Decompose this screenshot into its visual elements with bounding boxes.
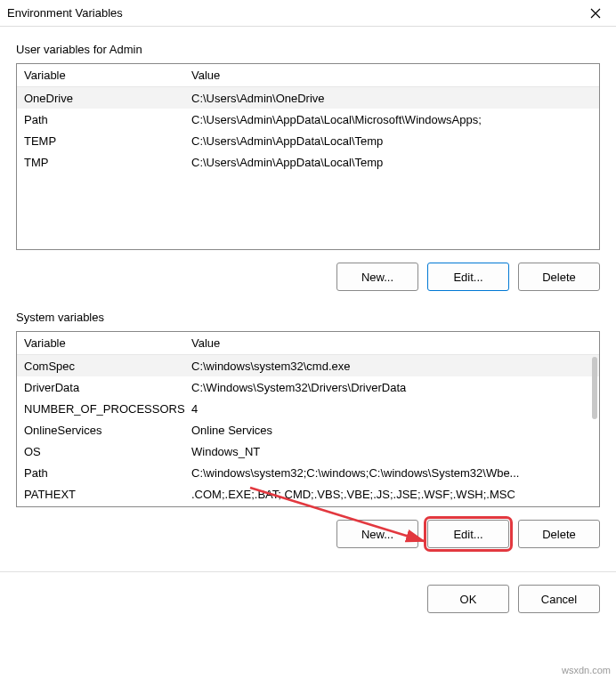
cell-variable: Path [17, 113, 186, 126]
cell-value: C:\Users\Admin\AppData\Local\Microsoft\W… [186, 113, 599, 126]
cell-value: C:\windows\system32\cmd.exe [186, 360, 599, 373]
table-row[interactable]: TMPC:\Users\Admin\AppData\Local\Temp [17, 151, 599, 173]
table-row[interactable]: OneDriveC:\Users\Admin\OneDrive [17, 87, 599, 109]
cell-value: Online Services [186, 424, 599, 437]
cell-value: C:\Users\Admin\OneDrive [186, 92, 599, 105]
user-new-button[interactable]: New... [336, 263, 418, 291]
cell-value: C:\Users\Admin\AppData\Local\Temp [186, 134, 599, 148]
table-row[interactable]: OnlineServicesOnline Services [17, 419, 599, 441]
user-variables-group: User variables for Admin Variable Value … [16, 37, 600, 291]
user-variables-list[interactable]: Variable Value OneDriveC:\Users\Admin\On… [16, 63, 600, 250]
close-icon[interactable] [575, 0, 616, 27]
cell-variable: PATHEXT [17, 488, 186, 501]
system-variables-label: System variables [16, 305, 600, 324]
col-header-value[interactable]: Value [186, 336, 599, 350]
table-row[interactable]: PathC:\Users\Admin\AppData\Local\Microso… [17, 109, 599, 130]
cancel-button[interactable]: Cancel [518, 585, 600, 613]
system-buttons-row: New... Edit... Delete [16, 520, 600, 548]
cell-variable: OS [17, 445, 186, 458]
cell-value: 4 [186, 402, 599, 416]
system-variables-list[interactable]: Variable Value ComSpecC:\windows\system3… [16, 331, 600, 507]
dialog-title: Environment Variables [7, 6, 575, 20]
user-edit-button[interactable]: Edit... [427, 263, 509, 291]
ok-button[interactable]: OK [427, 585, 509, 613]
title-bar: Environment Variables [0, 0, 616, 27]
cell-variable: NUMBER_OF_PROCESSORS [17, 402, 186, 416]
cell-value: Windows_NT [186, 445, 599, 458]
table-row[interactable]: NUMBER_OF_PROCESSORS4 [17, 398, 599, 419]
user-list-header[interactable]: Variable Value [17, 64, 599, 87]
cell-variable: TEMP [17, 134, 186, 148]
cell-variable: TMP [17, 156, 186, 169]
table-row[interactable]: PATHEXT.COM;.EXE;.BAT;.CMD;.VBS;.VBE;.JS… [17, 483, 599, 505]
col-header-variable[interactable]: Variable [17, 69, 186, 82]
system-delete-button[interactable]: Delete [518, 520, 600, 548]
system-list-header[interactable]: Variable Value [17, 332, 599, 355]
cell-value: C:\windows\system32;C:\windows;C:\window… [186, 466, 599, 480]
user-delete-button[interactable]: Delete [518, 263, 600, 291]
system-new-button[interactable]: New... [336, 520, 418, 548]
cell-variable: ComSpec [17, 360, 186, 373]
cell-value: C:\Windows\System32\Drivers\DriverData [186, 381, 599, 394]
col-header-variable[interactable]: Variable [17, 336, 186, 350]
table-row[interactable]: PathC:\windows\system32;C:\windows;C:\wi… [17, 462, 599, 483]
table-row[interactable]: TEMPC:\Users\Admin\AppData\Local\Temp [17, 130, 599, 151]
scrollbar-thumb[interactable] [592, 357, 597, 419]
col-header-value[interactable]: Value [186, 69, 599, 82]
table-row[interactable]: DriverDataC:\Windows\System32\Drivers\Dr… [17, 376, 599, 398]
cell-variable: Path [17, 466, 186, 480]
system-variables-group: System variables Variable Value ComSpecC… [16, 305, 600, 548]
cell-variable: OneDrive [17, 92, 186, 105]
system-edit-button[interactable]: Edit... [427, 520, 509, 548]
cell-value: .COM;.EXE;.BAT;.CMD;.VBS;.VBE;.JS;.JSE;.… [186, 488, 599, 501]
user-variables-label: User variables for Admin [16, 37, 600, 56]
cell-value: C:\Users\Admin\AppData\Local\Temp [186, 156, 599, 169]
table-row[interactable]: ComSpecC:\windows\system32\cmd.exe [17, 355, 599, 376]
table-row[interactable]: OSWindows_NT [17, 441, 599, 462]
user-buttons-row: New... Edit... Delete [16, 263, 600, 291]
cell-variable: OnlineServices [17, 424, 186, 437]
cell-variable: DriverData [17, 381, 186, 394]
dialog-footer: OK Cancel [0, 571, 616, 626]
